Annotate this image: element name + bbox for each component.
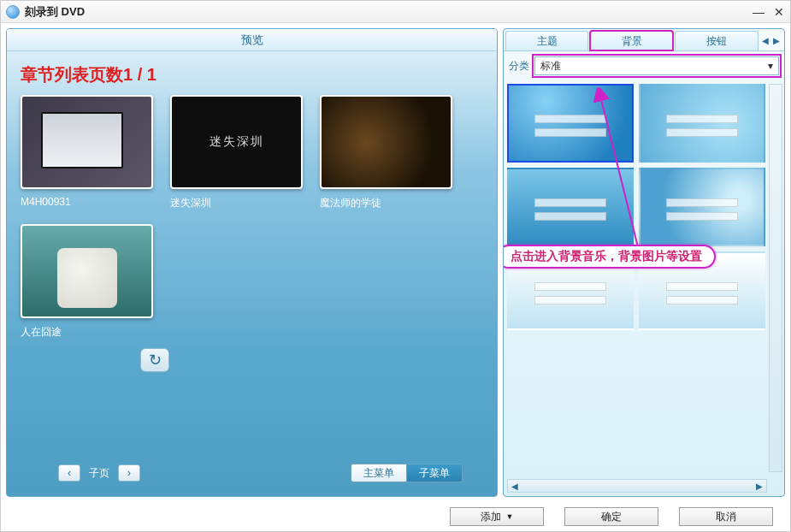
template-item[interactable] xyxy=(507,168,634,246)
horizontal-scrollbar[interactable]: ◀ ▶ xyxy=(507,479,767,493)
category-label: 分类 xyxy=(509,59,529,74)
title-bar: 刻录到 DVD — ✕ xyxy=(1,1,790,23)
chevron-down-icon: ▼ xyxy=(506,512,514,521)
pager-next-button[interactable]: › xyxy=(118,464,140,482)
main-menu-tab[interactable]: 主菜单 xyxy=(351,464,407,482)
pager-label: 子页 xyxy=(89,466,109,481)
action-buttons: 添加 ▼ 确定 取消 xyxy=(1,502,790,531)
chapter-item[interactable]: 迷失深圳 迷失深圳 xyxy=(170,95,303,210)
app-icon xyxy=(6,5,20,19)
chapter-thumbnail: 迷失深圳 xyxy=(170,95,303,189)
category-row: 分类 标准 ▾ xyxy=(504,51,784,80)
tabs-scroll-right[interactable]: ▶ xyxy=(771,31,782,50)
preview-header: 预览 xyxy=(7,29,497,51)
chapter-thumbnail xyxy=(21,95,153,189)
chevron-down-icon: ▾ xyxy=(768,60,773,72)
pager-prev-button[interactable]: ‹ xyxy=(58,464,80,482)
vertical-scrollbar[interactable] xyxy=(769,84,782,472)
preview-panel: 预览 章节列表页数1 / 1 M4H00931 迷失深圳 迷失深圳 魔法师的学徒 xyxy=(6,28,498,497)
redo-button[interactable]: ↻ xyxy=(140,348,169,372)
body-area: 预览 章节列表页数1 / 1 M4H00931 迷失深圳 迷失深圳 魔法师的学徒 xyxy=(1,23,790,502)
close-button[interactable]: ✕ xyxy=(773,6,785,18)
preview-footer: ‹ 子页 › 主菜单 子菜单 xyxy=(7,455,497,496)
redo-icon: ↻ xyxy=(149,351,162,369)
tabs-scroll-left[interactable]: ◀ xyxy=(760,31,771,50)
add-button[interactable]: 添加 ▼ xyxy=(450,507,544,526)
chapter-item[interactable]: 魔法师的学徒 xyxy=(320,95,452,210)
window-title: 刻录到 DVD xyxy=(25,4,85,20)
template-panel: 主题 背景 按钮 ◀ ▶ 分类 标准 ▾ xyxy=(503,28,785,497)
chapter-caption: 人在囧途 xyxy=(21,325,153,340)
template-item[interactable] xyxy=(507,84,634,163)
chapter-item[interactable]: 人在囧途 xyxy=(21,224,153,340)
scroll-left-icon: ◀ xyxy=(508,480,522,492)
category-select[interactable]: 标准 ▾ xyxy=(534,56,779,75)
chapter-thumbnail xyxy=(21,224,153,318)
ok-button[interactable]: 确定 xyxy=(564,507,658,526)
category-value: 标准 xyxy=(540,59,561,74)
chapter-title: 章节列表页数1 / 1 xyxy=(21,63,483,86)
minimize-button[interactable]: — xyxy=(753,6,764,18)
template-item[interactable] xyxy=(639,168,765,246)
menu-toggle: 主菜单 子菜单 xyxy=(351,464,463,482)
app-window: 刻录到 DVD — ✕ 预览 章节列表页数1 / 1 M4H00931 迷失深圳 xyxy=(0,0,791,532)
annotation-callout: 点击进入背景音乐，背景图片等设置 xyxy=(504,245,716,269)
chapter-caption: 迷失深圳 xyxy=(170,196,303,210)
chapter-caption: 魔法师的学徒 xyxy=(320,196,452,210)
template-item[interactable] xyxy=(639,84,765,163)
chevron-right-icon: › xyxy=(127,467,131,479)
subpage-pager: ‹ 子页 › xyxy=(58,464,140,482)
template-tabs: 主题 背景 按钮 ◀ ▶ xyxy=(504,29,784,51)
tab-theme[interactable]: 主题 xyxy=(505,31,588,50)
tab-button[interactable]: 按钮 xyxy=(675,31,758,50)
window-controls: — ✕ xyxy=(753,6,785,18)
cancel-button[interactable]: 取消 xyxy=(679,507,773,526)
chapter-caption: M4H00931 xyxy=(21,196,153,208)
preview-content: 章节列表页数1 / 1 M4H00931 迷失深圳 迷失深圳 魔法师的学徒 xyxy=(7,51,497,455)
tab-background[interactable]: 背景 xyxy=(590,31,673,50)
template-list: 点击进入背景音乐，背景图片等设置 ◀ ▶ xyxy=(504,80,784,496)
chapter-item[interactable]: M4H00931 xyxy=(21,95,153,210)
chevron-left-icon: ‹ xyxy=(68,467,71,479)
chapter-thumbnails: M4H00931 迷失深圳 迷失深圳 魔法师的学徒 人在囧途 xyxy=(21,95,483,340)
sub-menu-tab[interactable]: 子菜单 xyxy=(407,464,463,482)
chapter-thumbnail xyxy=(320,95,452,189)
scroll-right-icon: ▶ xyxy=(753,480,766,492)
